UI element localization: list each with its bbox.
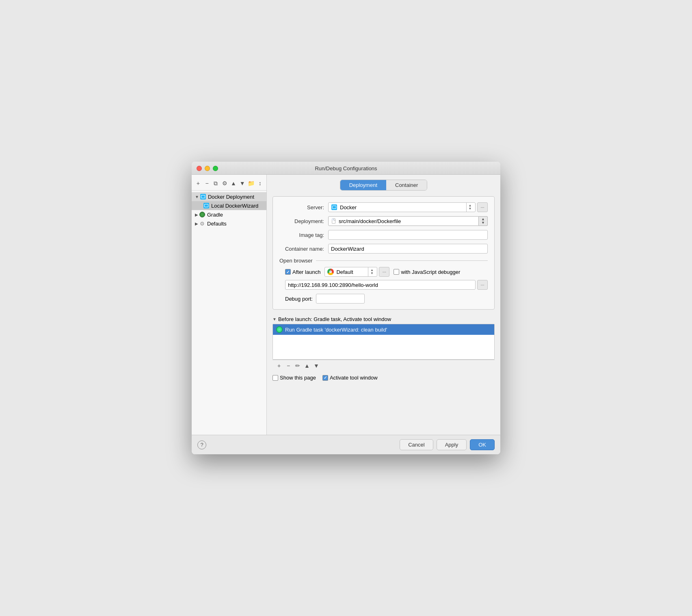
maximize-button[interactable]: [213, 166, 218, 171]
sidebar-item-docker-deployment[interactable]: ▼ Docker Deployment: [192, 192, 266, 201]
tab-deployment[interactable]: Deployment: [340, 180, 386, 190]
move-down-button[interactable]: ▼: [238, 179, 247, 188]
tab-bar: Deployment Container: [272, 180, 495, 191]
deployment-dropdown-button[interactable]: ▲ ▼: [479, 216, 488, 226]
settings-button[interactable]: ⚙: [221, 179, 229, 188]
launch-item-label: Run Gradle task 'dockerWizard: clean bui…: [285, 327, 387, 333]
server-value: Docker: [339, 204, 465, 210]
show-page-checkbox[interactable]: [272, 375, 278, 381]
gradle-label: Gradle: [207, 212, 223, 218]
close-button[interactable]: [197, 166, 202, 171]
sidebar-item-label: Docker Deployment: [208, 194, 254, 200]
server-label: Server:: [279, 204, 328, 210]
launch-list-toolbar: + − ✏ ▲ ▼: [272, 360, 495, 371]
tab-group: Deployment Container: [340, 180, 428, 191]
help-button[interactable]: ?: [197, 440, 206, 449]
activate-tool-label: Activate tool window: [330, 375, 378, 381]
server-select[interactable]: Docker ▲ ▼: [328, 202, 476, 212]
open-browser-title: Open browser: [279, 258, 313, 264]
sort-button[interactable]: ↕: [256, 179, 264, 188]
show-page-label: Show this page: [280, 375, 316, 381]
deployment-control: src/main/docker/Dockerfile ▲ ▼: [328, 216, 488, 226]
server-control: Docker ▲ ▼ ···: [328, 202, 488, 212]
gradle-expand-arrow: ▶: [195, 213, 198, 217]
browser-select[interactable]: Default ▲ ▼: [324, 267, 377, 277]
sidebar-item-local-docker-wizard[interactable]: Local DockerWizard: [192, 201, 266, 210]
deployment-select[interactable]: src/main/docker/Dockerfile: [328, 216, 479, 226]
image-tag-control: [328, 230, 488, 240]
after-launch-checkbox-wrap: ✓ After launch: [285, 269, 320, 275]
launch-move-down-button[interactable]: ▼: [312, 362, 320, 370]
container-name-control: [328, 244, 488, 254]
before-launch-header: ▼ Before launch: Gradle task, Activate t…: [272, 316, 495, 322]
url-input[interactable]: [285, 280, 476, 290]
browser-dropdown-arrows: ▲ ▼: [368, 267, 374, 276]
apply-button[interactable]: Apply: [437, 439, 467, 450]
docker-group-icon: [200, 193, 206, 200]
launch-remove-button[interactable]: −: [284, 362, 292, 370]
debug-port-input[interactable]: [316, 294, 365, 304]
open-browser-section: Open browser ✓ After launch: [279, 258, 488, 290]
sidebar-item-defaults[interactable]: ▶ ⚙ Defaults: [192, 219, 266, 228]
sidebar-item-gradle[interactable]: ▶ Gradle: [192, 210, 266, 219]
after-launch-label: After launch: [292, 269, 320, 275]
form-area: Server: Docker ▲ ▼ ···: [272, 196, 495, 310]
main-content: + − ⧉ ⚙ ▲ ▼ 📁 ↕ ▼ Docker Deployment: [192, 175, 500, 435]
defaults-icon: ⚙: [199, 220, 205, 227]
url-row: ···: [279, 280, 488, 290]
cancel-button[interactable]: Cancel: [400, 439, 433, 450]
docker-child-icon: [203, 202, 210, 209]
gradle-icon: [199, 211, 205, 218]
titlebar: Run/Debug Configurations: [192, 162, 500, 175]
ok-button[interactable]: OK: [470, 439, 495, 450]
deployment-value: src/main/docker/Dockerfile: [339, 218, 401, 224]
defaults-label: Defaults: [207, 221, 227, 227]
right-panel: Deployment Container Server: Docker: [267, 175, 500, 435]
section-divider: [316, 260, 488, 261]
launch-item-empty-space: [273, 335, 494, 359]
server-dropdown-arrows: ▲ ▼: [466, 203, 473, 212]
browser-value: Default: [335, 269, 366, 275]
folder-button[interactable]: 📁: [247, 179, 255, 188]
traffic-lights: [197, 166, 218, 171]
before-launch-section: ▼ Before launch: Gradle task, Activate t…: [272, 316, 495, 371]
launch-item-gradle[interactable]: Run Gradle task 'dockerWizard: clean bui…: [273, 324, 494, 335]
footer: ? Cancel Apply OK: [192, 435, 500, 454]
js-debugger-checkbox[interactable]: [394, 269, 399, 275]
activate-tool-wrap: ✓ Activate tool window: [322, 375, 378, 381]
debug-port-label: Debug port:: [285, 296, 313, 302]
tab-container[interactable]: Container: [386, 180, 427, 190]
add-config-button[interactable]: +: [194, 179, 202, 188]
launch-move-up-button[interactable]: ▲: [303, 362, 311, 370]
image-tag-input[interactable]: [328, 230, 488, 240]
docker-server-icon: [331, 204, 337, 210]
activate-tool-checkbox[interactable]: ✓: [322, 375, 328, 381]
container-name-label: Container name:: [279, 246, 328, 252]
container-name-input[interactable]: [328, 244, 488, 254]
footer-buttons: Cancel Apply OK: [400, 439, 495, 450]
launch-edit-button[interactable]: ✏: [294, 362, 302, 370]
deployment-row: Deployment: src/main/docker/Dockerfile: [279, 216, 488, 226]
after-launch-checkbox[interactable]: ✓: [285, 269, 291, 275]
before-launch-list: Run Gradle task 'dockerWizard: clean bui…: [272, 324, 495, 360]
collapse-arrow[interactable]: ▼: [272, 317, 277, 321]
browser-more-button[interactable]: ···: [379, 267, 389, 277]
minimize-button[interactable]: [205, 166, 210, 171]
open-browser-header: Open browser: [279, 258, 488, 264]
sidebar-child-label: Local DockerWizard: [211, 203, 258, 209]
copy-config-button[interactable]: ⧉: [212, 179, 220, 188]
defaults-expand-arrow: ▶: [195, 221, 198, 226]
move-up-button[interactable]: ▲: [229, 179, 238, 188]
expand-arrow: ▼: [195, 195, 199, 199]
chrome-icon: [327, 269, 334, 275]
before-launch-title: Before launch: Gradle task, Activate too…: [278, 316, 391, 322]
main-window: Run/Debug Configurations + − ⧉ ⚙ ▲ ▼ 📁 ↕…: [192, 162, 500, 454]
gradle-run-icon: [276, 326, 283, 333]
deployment-label: Deployment:: [279, 218, 328, 224]
url-more-button[interactable]: ···: [477, 280, 488, 290]
js-debugger-label: with JavaScript debugger: [401, 269, 460, 275]
server-more-button[interactable]: ···: [477, 202, 488, 212]
launch-add-button[interactable]: +: [275, 362, 283, 370]
bottom-options: Show this page ✓ Activate tool window: [272, 371, 495, 382]
remove-config-button[interactable]: −: [203, 179, 211, 188]
